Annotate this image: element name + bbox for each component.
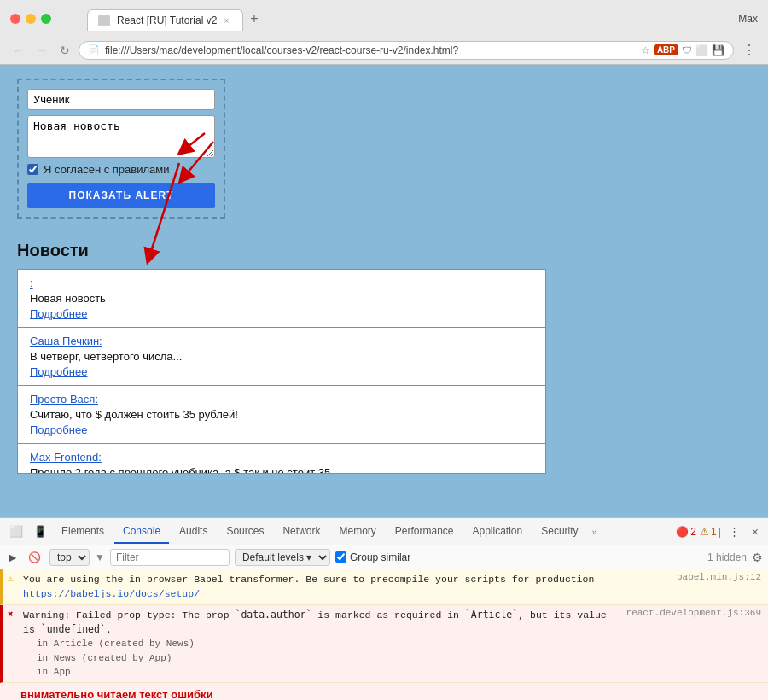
dt-tab-network[interactable]: Network	[274, 520, 329, 544]
bookmark-button[interactable]: ☆	[641, 44, 650, 56]
group-similar-label: Group similar	[350, 551, 410, 563]
new-tab-button[interactable]: +	[243, 7, 265, 31]
news-item: Max Frontend: Прошло 2 года с прошлого у…	[17, 443, 546, 474]
news-more-link[interactable]: Подробнее	[30, 365, 87, 378]
dt-tab-sources[interactable]: Sources	[218, 520, 272, 544]
prop-error-trace-1: in Article (created by News)	[23, 637, 620, 651]
address-text: file:///Users/mac/development/local/cour…	[105, 44, 636, 56]
error-count: 2	[690, 526, 696, 538]
reload-button[interactable]: ↻	[56, 42, 73, 59]
show-alert-button[interactable]: ПОКАЗАТЬ ALERT	[27, 183, 215, 208]
minimize-window-button[interactable]	[26, 14, 36, 24]
form-container: Новая новость Я согласен с правилами ПОК…	[17, 79, 225, 219]
console-execute-button[interactable]: ▶	[5, 550, 20, 565]
browser-chrome: React [RU] Tutorial v2 × + Max ← → ↻ 📄 f…	[0, 0, 768, 65]
console-filter-input[interactable]	[110, 549, 230, 566]
dt-tab-application[interactable]: Application	[464, 520, 532, 544]
news-textarea[interactable]: Новая новость	[27, 115, 215, 158]
maximize-window-button[interactable]	[41, 14, 51, 24]
prop-error-trace-3: in App	[23, 665, 620, 680]
devtools-settings-button[interactable]: ⋮	[724, 522, 744, 541]
address-bar-row: ← → ↻ 📄 file:///Users/mac/development/lo…	[0, 36, 768, 64]
tab-close-button[interactable]: ×	[224, 16, 229, 26]
babel-warning-text: You are using the in-browser Babel trans…	[23, 572, 670, 602]
devtools-right-actions: 🔴 2 ⚠ 1 | ⋮ ×	[676, 522, 763, 541]
news-item: : Новая новость Подробнее	[17, 269, 546, 327]
author-input[interactable]	[27, 89, 215, 110]
babel-link[interactable]: https://ba	[23, 588, 82, 599]
user-label: Max	[738, 13, 758, 25]
console-clear-button[interactable]: 🚫	[25, 550, 44, 565]
news-item: Просто Вася: Считаю, что $ должен стоить…	[17, 385, 546, 443]
dt-tab-memory[interactable]: Memory	[330, 520, 384, 544]
tab-favicon	[98, 15, 110, 26]
address-actions: ☆ ABP 🛡 ⬜ 💾	[641, 44, 724, 56]
back-button[interactable]: ←	[9, 42, 27, 59]
babel-file-ref: babel.min.js:12	[677, 572, 761, 582]
dt-tab-security[interactable]: Security	[532, 520, 586, 544]
warning-badge: ⚠ 1 |	[700, 526, 721, 538]
agree-checkbox[interactable]	[27, 164, 38, 175]
news-author[interactable]: :	[30, 277, 33, 289]
title-bar: React [RU] Tutorial v2 × + Max	[0, 0, 768, 36]
error-badge: 🔴 2	[676, 526, 696, 538]
prop-error-content: Warning: Failed prop type: The prop `dat…	[23, 608, 620, 680]
annotation-text: внимательно читаем текст ошибки	[20, 688, 213, 701]
warning-entry-icon: ⚠	[8, 573, 14, 584]
devtools-close-button[interactable]: ×	[748, 523, 763, 540]
close-window-button[interactable]	[10, 14, 20, 24]
console-entry-prop-error: ✖ Warning: Failed prop type: The prop `d…	[0, 605, 768, 683]
console-levels-select[interactable]: Default levels ▾	[235, 549, 330, 566]
news-section-title: Новости	[17, 241, 751, 260]
devtools-panel: ⬜ 📱 Elements Console Audits Sources Netw…	[0, 517, 768, 700]
devtools-inspect-button[interactable]: ⬜	[5, 522, 27, 541]
warning-pipe: |	[719, 526, 721, 538]
browser-tab[interactable]: React [RU] Tutorial v2 ×	[87, 9, 243, 31]
group-similar-checkbox-label: Group similar	[335, 551, 410, 563]
shield-button[interactable]: 🛡	[682, 44, 692, 56]
prop-error-text: Warning: Failed prop type: The prop `dat…	[23, 608, 620, 638]
devtools-subbar: ▶ 🚫 top ▼ Default levels ▾ Group similar…	[0, 545, 768, 569]
news-section: Новости : Новая новость Подробнее Саша П…	[17, 241, 751, 474]
console-settings-button[interactable]: ⚙	[752, 551, 763, 564]
hidden-count-label: 1 hidden	[707, 551, 747, 563]
context-arrow: ▼	[95, 551, 105, 563]
browser-menu-button[interactable]: ⋮	[739, 40, 759, 60]
prop-error-trace-2: in News (created by App)	[23, 651, 620, 666]
news-author[interactable]: Саша Печкин:	[30, 335, 102, 347]
tab-title: React [RU] Tutorial v2	[117, 15, 217, 26]
address-bar[interactable]: 📄 file:///Users/mac/development/local/co…	[79, 41, 734, 60]
babel-link-2[interactable]: beljs.io/docs/setup/	[82, 588, 200, 599]
group-similar-checkbox[interactable]	[335, 551, 346, 563]
news-more-link[interactable]: Подробнее	[30, 307, 87, 320]
checkbox-row: Я согласен с правилами	[27, 163, 215, 176]
news-item: Саша Печкин: В четверг, четвертого числа…	[17, 327, 546, 385]
devtools-device-button[interactable]: 📱	[29, 522, 51, 541]
dt-more-tabs-button[interactable]: »	[589, 522, 601, 542]
dt-tab-performance[interactable]: Performance	[387, 520, 463, 544]
dt-tab-audits[interactable]: Audits	[171, 520, 216, 544]
news-body: В четверг, четвертого числа...	[30, 350, 533, 363]
dt-tab-console[interactable]: Console	[114, 520, 169, 544]
console-entry-babel-warn: ⚠ You are using the in-browser Babel tra…	[0, 569, 768, 605]
news-author[interactable]: Просто Вася:	[30, 393, 98, 405]
adblock-button[interactable]: ABP	[654, 44, 678, 55]
address-icon: 📄	[88, 44, 100, 55]
news-body: Считаю, что $ должен стоить 35 рублей!	[30, 408, 533, 421]
error-icon: 🔴	[676, 526, 689, 538]
devtools-toolbar: ⬜ 📱 Elements Console Audits Sources Netw…	[0, 518, 768, 545]
warning-icon: ⚠	[700, 526, 709, 538]
error-annotation: внимательно читаем текст ошибки	[0, 683, 768, 701]
error-entry-icon: ✖	[8, 609, 14, 620]
forward-button[interactable]: →	[32, 42, 51, 59]
console-context-select[interactable]: top	[49, 549, 90, 566]
page-content: Новая новость Я согласен с правилами ПОК…	[0, 65, 768, 517]
save-button[interactable]: 💾	[712, 44, 724, 56]
cast-button[interactable]: ⬜	[695, 44, 708, 56]
devtools-console: ⚠ You are using the in-browser Babel tra…	[0, 569, 768, 700]
news-more-link[interactable]: Подробнее	[30, 423, 87, 436]
dt-tab-elements[interactable]: Elements	[53, 520, 113, 544]
news-author[interactable]: Max Frontend:	[30, 451, 102, 464]
news-body: Прошло 2 года с прошлого учебника, а $ т…	[30, 466, 533, 474]
warning-count: 1	[711, 526, 717, 538]
